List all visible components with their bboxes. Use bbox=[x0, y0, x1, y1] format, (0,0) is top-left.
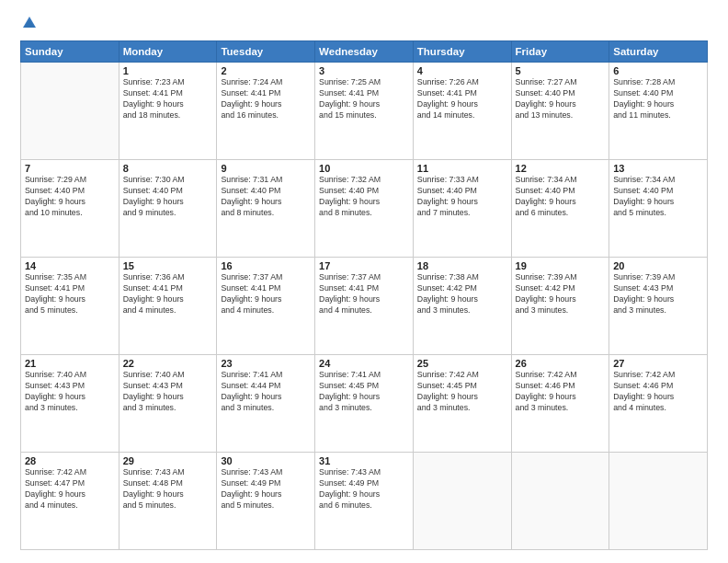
day-number: 11 bbox=[417, 163, 507, 174]
calendar-cell: 15Sunrise: 7:36 AM Sunset: 4:41 PM Dayli… bbox=[119, 258, 217, 355]
calendar-cell: 18Sunrise: 7:38 AM Sunset: 4:42 PM Dayli… bbox=[413, 258, 511, 355]
day-info: Sunrise: 7:43 AM Sunset: 4:49 PM Dayligh… bbox=[319, 467, 409, 511]
day-number: 25 bbox=[417, 358, 507, 369]
day-number: 18 bbox=[417, 260, 507, 271]
day-number: 1 bbox=[123, 65, 213, 76]
day-number: 9 bbox=[221, 163, 311, 174]
calendar-cell: 17Sunrise: 7:37 AM Sunset: 4:41 PM Dayli… bbox=[315, 258, 414, 355]
day-number: 21 bbox=[25, 358, 115, 369]
calendar-cell: 12Sunrise: 7:34 AM Sunset: 4:40 PM Dayli… bbox=[511, 160, 609, 258]
calendar-cell: 31Sunrise: 7:43 AM Sunset: 4:49 PM Dayli… bbox=[315, 453, 414, 550]
column-header-monday: Monday bbox=[119, 41, 217, 63]
day-number: 16 bbox=[221, 260, 311, 271]
day-number: 4 bbox=[417, 65, 507, 76]
calendar-cell: 30Sunrise: 7:43 AM Sunset: 4:49 PM Dayli… bbox=[217, 453, 315, 550]
day-number: 15 bbox=[123, 260, 213, 271]
day-number: 20 bbox=[613, 260, 703, 271]
calendar-cell: 23Sunrise: 7:41 AM Sunset: 4:44 PM Dayli… bbox=[217, 355, 315, 453]
calendar-cell: 7Sunrise: 7:29 AM Sunset: 4:40 PM Daylig… bbox=[21, 160, 119, 258]
calendar-cell: 26Sunrise: 7:42 AM Sunset: 4:46 PM Dayli… bbox=[511, 355, 609, 453]
day-info: Sunrise: 7:29 AM Sunset: 4:40 PM Dayligh… bbox=[25, 175, 115, 219]
day-info: Sunrise: 7:34 AM Sunset: 4:40 PM Dayligh… bbox=[613, 175, 703, 219]
calendar-cell: 20Sunrise: 7:39 AM Sunset: 4:43 PM Dayli… bbox=[609, 258, 708, 355]
day-info: Sunrise: 7:40 AM Sunset: 4:43 PM Dayligh… bbox=[25, 370, 115, 414]
day-number: 28 bbox=[25, 455, 115, 466]
day-info: Sunrise: 7:25 AM Sunset: 4:41 PM Dayligh… bbox=[319, 77, 409, 121]
calendar-cell: 11Sunrise: 7:33 AM Sunset: 4:40 PM Dayli… bbox=[413, 160, 511, 258]
day-number: 2 bbox=[221, 65, 311, 76]
day-info: Sunrise: 7:33 AM Sunset: 4:40 PM Dayligh… bbox=[417, 175, 507, 219]
calendar-cell bbox=[609, 453, 708, 550]
day-info: Sunrise: 7:36 AM Sunset: 4:41 PM Dayligh… bbox=[123, 272, 213, 316]
day-info: Sunrise: 7:38 AM Sunset: 4:42 PM Dayligh… bbox=[417, 272, 507, 316]
day-number: 13 bbox=[613, 163, 703, 174]
day-number: 14 bbox=[25, 260, 115, 271]
calendar-cell: 14Sunrise: 7:35 AM Sunset: 4:41 PM Dayli… bbox=[21, 258, 119, 355]
day-info: Sunrise: 7:34 AM Sunset: 4:40 PM Dayligh… bbox=[516, 175, 606, 219]
day-info: Sunrise: 7:41 AM Sunset: 4:45 PM Dayligh… bbox=[319, 370, 409, 414]
day-info: Sunrise: 7:39 AM Sunset: 4:43 PM Dayligh… bbox=[613, 272, 703, 316]
day-info: Sunrise: 7:24 AM Sunset: 4:41 PM Dayligh… bbox=[221, 77, 311, 121]
calendar-cell: 4Sunrise: 7:26 AM Sunset: 4:41 PM Daylig… bbox=[413, 63, 511, 160]
day-info: Sunrise: 7:42 AM Sunset: 4:45 PM Dayligh… bbox=[417, 370, 507, 414]
calendar-cell: 3Sunrise: 7:25 AM Sunset: 4:41 PM Daylig… bbox=[315, 63, 414, 160]
day-info: Sunrise: 7:42 AM Sunset: 4:47 PM Dayligh… bbox=[25, 467, 115, 511]
day-info: Sunrise: 7:30 AM Sunset: 4:40 PM Dayligh… bbox=[123, 175, 213, 219]
calendar-table: SundayMondayTuesdayWednesdayThursdayFrid… bbox=[20, 40, 708, 550]
day-number: 10 bbox=[319, 163, 409, 174]
day-number: 27 bbox=[613, 358, 703, 369]
calendar-cell: 6Sunrise: 7:28 AM Sunset: 4:40 PM Daylig… bbox=[609, 63, 708, 160]
day-number: 23 bbox=[221, 358, 311, 369]
day-info: Sunrise: 7:40 AM Sunset: 4:43 PM Dayligh… bbox=[123, 370, 213, 414]
calendar-cell: 27Sunrise: 7:42 AM Sunset: 4:46 PM Dayli… bbox=[609, 355, 708, 453]
calendar-cell bbox=[413, 453, 511, 550]
day-info: Sunrise: 7:26 AM Sunset: 4:41 PM Dayligh… bbox=[417, 77, 507, 121]
day-info: Sunrise: 7:37 AM Sunset: 4:41 PM Dayligh… bbox=[221, 272, 311, 316]
calendar-cell: 13Sunrise: 7:34 AM Sunset: 4:40 PM Dayli… bbox=[609, 160, 708, 258]
day-number: 8 bbox=[123, 163, 213, 174]
column-header-friday: Friday bbox=[511, 41, 609, 63]
day-info: Sunrise: 7:32 AM Sunset: 4:40 PM Dayligh… bbox=[319, 175, 409, 219]
day-info: Sunrise: 7:37 AM Sunset: 4:41 PM Dayligh… bbox=[319, 272, 409, 316]
day-info: Sunrise: 7:23 AM Sunset: 4:41 PM Dayligh… bbox=[123, 77, 213, 121]
day-info: Sunrise: 7:27 AM Sunset: 4:40 PM Dayligh… bbox=[516, 77, 606, 121]
calendar-cell: 2Sunrise: 7:24 AM Sunset: 4:41 PM Daylig… bbox=[217, 63, 315, 160]
header bbox=[20, 17, 708, 31]
day-info: Sunrise: 7:41 AM Sunset: 4:44 PM Dayligh… bbox=[221, 370, 311, 414]
day-number: 30 bbox=[221, 455, 311, 466]
day-number: 5 bbox=[516, 65, 606, 76]
day-number: 19 bbox=[516, 260, 606, 271]
day-info: Sunrise: 7:39 AM Sunset: 4:42 PM Dayligh… bbox=[516, 272, 606, 316]
day-number: 3 bbox=[319, 65, 409, 76]
calendar-cell: 24Sunrise: 7:41 AM Sunset: 4:45 PM Dayli… bbox=[315, 355, 414, 453]
calendar-cell: 9Sunrise: 7:31 AM Sunset: 4:40 PM Daylig… bbox=[217, 160, 315, 258]
column-header-tuesday: Tuesday bbox=[217, 41, 315, 63]
day-number: 26 bbox=[516, 358, 606, 369]
day-number: 24 bbox=[319, 358, 409, 369]
day-number: 6 bbox=[613, 65, 703, 76]
calendar-cell: 10Sunrise: 7:32 AM Sunset: 4:40 PM Dayli… bbox=[315, 160, 414, 258]
calendar-cell: 22Sunrise: 7:40 AM Sunset: 4:43 PM Dayli… bbox=[119, 355, 217, 453]
column-header-wednesday: Wednesday bbox=[315, 41, 414, 63]
calendar-cell bbox=[511, 453, 609, 550]
calendar-cell: 16Sunrise: 7:37 AM Sunset: 4:41 PM Dayli… bbox=[217, 258, 315, 355]
day-info: Sunrise: 7:28 AM Sunset: 4:40 PM Dayligh… bbox=[613, 77, 703, 121]
day-info: Sunrise: 7:43 AM Sunset: 4:48 PM Dayligh… bbox=[123, 467, 213, 511]
column-header-saturday: Saturday bbox=[609, 41, 708, 63]
calendar-cell: 19Sunrise: 7:39 AM Sunset: 4:42 PM Dayli… bbox=[511, 258, 609, 355]
page: SundayMondayTuesdayWednesdayThursdayFrid… bbox=[0, 0, 728, 563]
calendar-cell: 25Sunrise: 7:42 AM Sunset: 4:45 PM Dayli… bbox=[413, 355, 511, 453]
logo bbox=[20, 17, 38, 31]
calendar-cell bbox=[21, 63, 119, 160]
calendar-cell: 21Sunrise: 7:40 AM Sunset: 4:43 PM Dayli… bbox=[21, 355, 119, 453]
day-info: Sunrise: 7:35 AM Sunset: 4:41 PM Dayligh… bbox=[25, 272, 115, 316]
day-number: 31 bbox=[319, 455, 409, 466]
calendar-cell: 8Sunrise: 7:30 AM Sunset: 4:40 PM Daylig… bbox=[119, 160, 217, 258]
calendar-cell: 28Sunrise: 7:42 AM Sunset: 4:47 PM Dayli… bbox=[21, 453, 119, 550]
day-info: Sunrise: 7:42 AM Sunset: 4:46 PM Dayligh… bbox=[613, 370, 703, 414]
day-number: 17 bbox=[319, 260, 409, 271]
day-number: 22 bbox=[123, 358, 213, 369]
column-header-sunday: Sunday bbox=[21, 41, 119, 63]
logo-icon bbox=[21, 15, 38, 31]
calendar-cell: 29Sunrise: 7:43 AM Sunset: 4:48 PM Dayli… bbox=[119, 453, 217, 550]
